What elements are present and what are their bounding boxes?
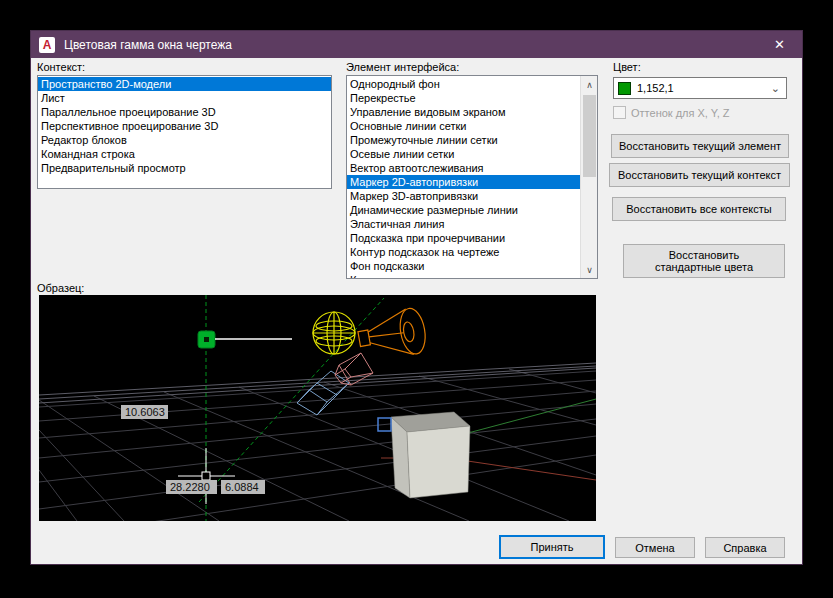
help-button[interactable]: Справка [705,537,785,558]
color-swatch [618,82,631,95]
tooltip-value: 10.6063 [125,406,165,418]
element-item[interactable]: Динамические размерные линии [347,203,580,217]
context-item[interactable]: Лист [38,91,331,105]
sample-preview-canvas: 10.6063 28.2280 6.0884 [39,295,596,521]
tint-xyz-checkbox-row: Оттенок для X, Y, Z [613,106,730,119]
element-item[interactable]: Маркер 2D-автопривязки [347,175,580,189]
context-item[interactable]: Пространство 2D-модели [38,77,331,91]
grid-lines [39,369,596,521]
autosnap-marker [198,331,215,348]
element-item[interactable]: Фон подсказки [347,259,580,273]
tooltip-value: 28.2280 [170,481,210,493]
sphere-wireframe [313,312,355,354]
context-item[interactable]: Редактор блоков [38,133,331,147]
context-item[interactable]: Предварительный просмотр [38,161,331,175]
element-item[interactable]: Вектор автоотслеживания [347,161,580,175]
drawing-colors-dialog: A Цветовая гамма окна чертежа ✕ Контекст… [30,30,803,565]
restore-all-contexts-button[interactable]: Восстановить все контексты [612,197,786,221]
context-item[interactable]: Перспективное проецирование 3D [38,119,331,133]
cancel-button[interactable]: Отмена [615,537,695,558]
crosshair-cursor [178,448,235,504]
context-item[interactable]: Командная строка [38,147,331,161]
sample-preview: 10.6063 28.2280 6.0884 [39,295,596,521]
context-listbox: Пространство 2D-модели Лист Параллельное… [37,75,332,189]
color-value: 1,152,1 [637,82,771,94]
restore-current-context-button[interactable]: Восстановить текущий контекст [609,163,790,187]
element-item[interactable]: Управление видовым экраном [347,105,580,119]
element-item[interactable]: Основные линии сетки [347,119,580,133]
color-dropdown[interactable]: 1,152,1 ⌄ [613,77,787,99]
element-item[interactable]: Каркас управляющих вершин [347,273,580,279]
interface-element-label: Элемент интерфейса: [346,61,459,73]
element-item[interactable]: Эластичная линия [347,217,580,231]
green-axis-line [468,399,596,433]
context-item[interactable]: Параллельное проецирование 3D [38,105,331,119]
element-item[interactable]: Однородный фон [347,77,580,91]
window-title: Цветовая гамма окна чертежа [64,38,757,52]
cube-solid [391,412,470,498]
element-item[interactable]: Подсказка при прочерчивании [347,231,580,245]
color-label: Цвет: [613,61,641,73]
restore-standard-colors-button[interactable]: Восстановить стандартные цвета [623,244,785,278]
close-icon[interactable]: ✕ [757,31,802,58]
cone-wireframe [355,306,428,363]
element-item[interactable]: Маркер 3D-автопривязки [347,189,580,203]
tooltip-value: 6.0884 [225,481,259,493]
context-label: Контекст: [37,61,85,73]
element-item[interactable]: Перекрестье [347,91,580,105]
title-bar: A Цветовая гамма окна чертежа ✕ [31,31,802,58]
scroll-up-icon[interactable]: ∧ [581,76,598,93]
tint-xyz-checkbox[interactable] [613,106,626,119]
drafting-tooltips: 10.6063 28.2280 6.0884 [121,405,265,494]
restore-current-element-button[interactable]: Восстановить текущий элемент [611,134,789,158]
sample-label: Образец: [37,282,84,294]
scrollbar-thumb[interactable] [583,95,596,177]
interface-element-listbox: Однородный фон Перекрестье Управление ви… [346,75,598,279]
element-item[interactable]: Осевые линии сетки [347,147,580,161]
autocad-app-icon: A [39,37,55,53]
accept-button[interactable]: Принять [499,535,605,559]
tint-xyz-checkbox-label: Оттенок для X, Y, Z [631,107,730,119]
scroll-down-icon[interactable]: ∨ [581,261,598,278]
element-item[interactable]: Промежуточные линии сетки [347,133,580,147]
chevron-down-icon: ⌄ [771,82,780,95]
element-list-scrollbar[interactable]: ∧ ∨ [580,76,597,278]
element-item[interactable]: Контур подсказок на чертеже [347,245,580,259]
